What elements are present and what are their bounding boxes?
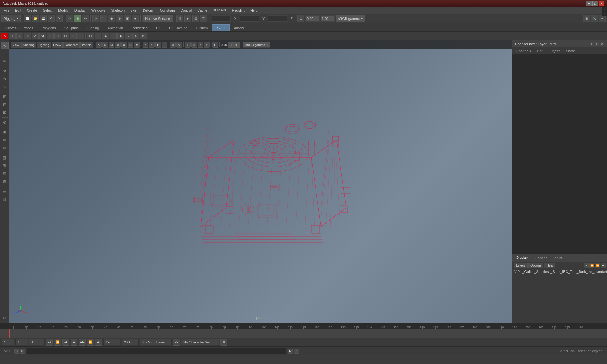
menu-edit[interactable]: Edit: [13, 8, 24, 13]
current-frame-field[interactable]: [15, 339, 28, 345]
val1-input[interactable]: [305, 15, 320, 22]
script-input[interactable]: [26, 348, 286, 354]
tab-sculpting[interactable]: Sculpting: [60, 25, 83, 31]
vp-btn3[interactable]: ⊟: [109, 42, 114, 48]
layer-tab-render[interactable]: Render: [531, 255, 550, 261]
tab-polygons[interactable]: Polygons: [37, 25, 60, 31]
icon-bar-btn7[interactable]: ⊿: [47, 33, 54, 39]
anim-layer-btn[interactable]: ⚙: [173, 339, 180, 346]
ch-tab-channels[interactable]: Channels: [514, 48, 533, 53]
menu-select[interactable]: Select: [40, 8, 55, 13]
tab-rendering[interactable]: Rendering: [127, 25, 152, 31]
help-menu-btn[interactable]: Help: [544, 263, 555, 268]
tab-animation[interactable]: Animation: [103, 25, 127, 31]
snap-live-btn[interactable]: ◈: [132, 15, 139, 22]
maximize-button[interactable]: □: [592, 1, 598, 6]
undo-btn[interactable]: ↶: [48, 15, 55, 22]
vp-panels-menu[interactable]: Panels: [80, 42, 93, 48]
save-file-btn[interactable]: 💾: [40, 15, 47, 22]
modeling-toolkit-btn[interactable]: 🔧: [591, 15, 598, 22]
vp-btn4[interactable]: ⊠: [115, 42, 121, 48]
channel-box-expand-btn[interactable]: ⊞: [590, 42, 594, 46]
vp-btn2[interactable]: ⊞: [102, 42, 108, 48]
vp-renderer-menu[interactable]: Renderer: [63, 42, 80, 48]
vp-btn18[interactable]: ▶: [212, 42, 218, 48]
collapse-btn[interactable]: ⊙: [1, 314, 9, 322]
layer-tab-display[interactable]: Display: [512, 254, 531, 261]
move-tool-btn[interactable]: ✥: [1, 67, 9, 75]
menu-modify[interactable]: Modify: [56, 8, 71, 13]
layers-menu-btn[interactable]: Layers: [514, 263, 528, 268]
script-clear-btn[interactable]: ✕: [294, 349, 299, 354]
ch-tab-object[interactable]: Object: [547, 48, 562, 53]
extra1-btn[interactable]: ▣: [1, 128, 9, 136]
icon-bar-btn11[interactable]: ↔: [77, 33, 84, 39]
menu-display[interactable]: Display: [72, 8, 88, 13]
total-frame-input[interactable]: [124, 340, 137, 344]
extra2-btn[interactable]: ⊕: [1, 136, 9, 144]
menu-cache[interactable]: Cache: [195, 8, 210, 13]
start-frame-input[interactable]: [4, 340, 12, 344]
coord-z-input[interactable]: [268, 15, 287, 22]
icon-bar-btn17[interactable]: ▸: [125, 33, 132, 39]
menu-skeleton[interactable]: Skeleton: [108, 8, 127, 13]
coord-x-input[interactable]: [212, 15, 231, 22]
icon-bar-btn13[interactable]: ⊢: [95, 33, 101, 39]
snap-view-btn[interactable]: ⊛: [116, 15, 123, 22]
extra6-btn[interactable]: ▨: [1, 170, 9, 177]
vp-btn11[interactable]: +: [162, 42, 167, 48]
vp-lighting-menu[interactable]: Lighting: [37, 42, 51, 48]
layer-nav-start-btn[interactable]: ⏮: [584, 263, 589, 268]
coord-y-input[interactable]: [240, 15, 259, 22]
playback-play-btn[interactable]: ▶: [71, 339, 77, 346]
vp-btn5[interactable]: ▣: [121, 42, 127, 48]
vp-field1[interactable]: [228, 42, 240, 48]
vp-btn13[interactable]: ⊗: [176, 42, 182, 48]
ch-tab-edit[interactable]: Edit: [535, 48, 546, 53]
snap-curve-btn[interactable]: ⌒: [100, 15, 107, 22]
extra5-btn[interactable]: ▧: [1, 162, 9, 169]
icon-bar-btn8[interactable]: ⊞: [54, 33, 61, 39]
new-file-btn[interactable]: 📄: [24, 15, 31, 22]
rotate-tool-btn[interactable]: ↻: [1, 75, 9, 83]
extra4-btn[interactable]: ▦: [1, 154, 9, 161]
channel-box-close-btn[interactable]: ✕: [600, 42, 604, 46]
tool1-btn[interactable]: ⊞: [1, 93, 9, 100]
playback-back-btn[interactable]: ◀: [62, 339, 69, 346]
vp-gamma-dropdown[interactable]: sRGB gamma ▾: [243, 42, 270, 48]
layer-item[interactable]: V P _Gallon_Stainless_Steel_IBC_Tote_Tan…: [512, 269, 607, 275]
inner-start-input[interactable]: [31, 340, 42, 344]
tab-custom[interactable]: Custom: [192, 25, 212, 31]
options-menu-btn[interactable]: Options: [528, 263, 543, 268]
current-frame-input[interactable]: [18, 340, 26, 344]
icon-bar-btn19[interactable]: ▷: [140, 33, 147, 39]
icon-bar-btn1[interactable]: ✕: [1, 33, 8, 39]
vp-btn9[interactable]: ☀: [149, 42, 155, 48]
tab-arnold[interactable]: Arnold: [230, 25, 248, 31]
vp-btn15[interactable]: ◉: [191, 42, 197, 48]
inner-start-field[interactable]: [29, 339, 45, 345]
total-frame-field[interactable]: [122, 339, 139, 345]
vp-show-menu[interactable]: Show: [52, 42, 63, 48]
display-btn[interactable]: ⊙: [1, 118, 9, 126]
extra9-btn[interactable]: ▥: [1, 195, 9, 203]
tab-xgen[interactable]: XGen: [212, 24, 229, 31]
extra7-btn[interactable]: ▩: [1, 178, 9, 185]
layer-nav-end-btn[interactable]: ⏭: [601, 263, 606, 268]
icon-bar-btn10[interactable]: ↕: [70, 33, 77, 39]
viewport[interactable]: View Shading Lighting Show Renderer Pane…: [9, 40, 512, 323]
layer-tab-anim[interactable]: Anim: [550, 255, 566, 261]
val2-input[interactable]: [321, 15, 335, 22]
menu-skin[interactable]: Skin: [128, 8, 139, 13]
icon-bar-btn16[interactable]: ◆: [117, 33, 124, 39]
channel-box-float-btn[interactable]: ⊟: [595, 42, 599, 46]
menu-file[interactable]: File: [1, 8, 12, 13]
menu-control[interactable]: Control: [178, 8, 194, 13]
vp-btn7[interactable]: ■: [134, 42, 140, 48]
paint-btn[interactable]: ✏: [82, 15, 89, 22]
snap-grid-btn[interactable]: ⊹: [92, 15, 99, 22]
icon-bar-btn6[interactable]: ✿: [39, 33, 46, 39]
icon-bar-btn4[interactable]: ⊕: [24, 33, 31, 39]
channel-box-btn[interactable]: ⊞: [583, 15, 590, 22]
vp-btn12[interactable]: ⊕: [170, 42, 176, 48]
